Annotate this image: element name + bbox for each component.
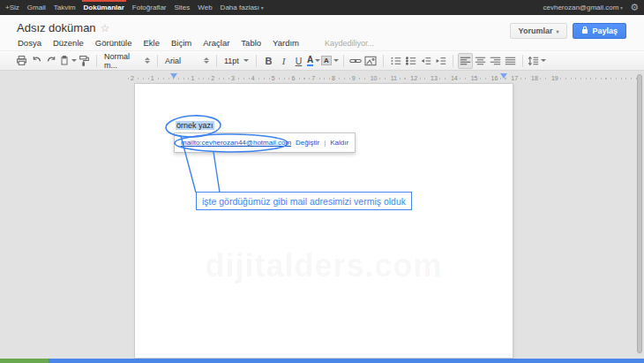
link-bubble: mailto:cevherozan44@hotmail.com Değiştir…	[174, 132, 356, 153]
topbar-link[interactable]: Sites	[175, 4, 191, 11]
link-remove-button[interactable]: Kaldır	[330, 139, 348, 147]
toolbar-separator	[453, 55, 453, 67]
ruler-number: 13	[429, 73, 439, 83]
ruler-number: 14	[449, 73, 460, 83]
ruler-number: 16	[489, 73, 499, 83]
ruler-number: 7	[310, 73, 317, 83]
toolbar-separator	[256, 55, 257, 67]
link-url[interactable]: mailto:cevherozan44@hotmail.com	[181, 139, 291, 147]
highlight-icon: A	[321, 56, 332, 65]
ruler-number: 10	[369, 73, 379, 83]
align-left-icon[interactable]	[458, 53, 473, 69]
italic-button[interactable]: I	[276, 53, 291, 69]
line-spacing-icon[interactable]	[528, 53, 546, 69]
scrollbar-thumb[interactable]	[637, 74, 642, 353]
menu-item[interactable]: Biçim	[171, 38, 191, 48]
star-icon[interactable]: ☆	[101, 22, 110, 34]
topbar-link[interactable]: Fotoğraflar	[132, 4, 167, 11]
bold-button[interactable]: B	[261, 53, 276, 69]
left-indent-marker[interactable]	[170, 73, 177, 79]
spinner-icon	[204, 57, 209, 64]
comments-button[interactable]: Yorumlar	[510, 23, 568, 39]
ruler-number: 15	[469, 73, 480, 83]
topbar-link[interactable]: Dokümanlar	[84, 4, 124, 11]
document-title[interactable]: Adsız doküman	[17, 21, 96, 34]
ruler-number: 5	[270, 73, 277, 83]
underline-button[interactable]: U	[291, 53, 306, 69]
align-center-icon[interactable]	[473, 53, 488, 69]
topbar-link[interactable]: Takvim	[54, 4, 76, 11]
menu-item[interactable]: Düzenle	[53, 38, 84, 48]
indent-icon[interactable]	[433, 53, 448, 69]
redo-icon[interactable]	[44, 53, 59, 69]
ruler-number: 3	[229, 73, 236, 83]
print-icon[interactable]	[14, 53, 29, 69]
topbar-links: +SizGmailTakvimDokümanlarFotoğraflarSite…	[5, 0, 264, 15]
bulleted-list-icon[interactable]	[403, 53, 418, 69]
topbar-right: cevherozan@gmail.com ⚙	[543, 0, 640, 15]
toolbar-separator	[522, 55, 523, 67]
toolbar-separator	[216, 55, 217, 67]
paint-format-icon[interactable]	[59, 53, 77, 69]
font-size-value: 11pt	[224, 57, 242, 65]
annotation-callout: işte gördüğümüz gibi mail adresimizi ver…	[196, 192, 412, 210]
italic-label: I	[282, 56, 286, 66]
watermark: dijitalders.com	[134, 247, 513, 284]
underline-label: U	[296, 56, 303, 66]
annotation-callout-text: işte gördüğümüz gibi mail adresimizi ver…	[202, 196, 406, 207]
ruler-number: 11	[389, 73, 399, 83]
outdent-icon[interactable]	[418, 53, 433, 69]
ruler-number: 8	[330, 73, 337, 83]
lock-icon	[581, 26, 588, 36]
image-icon[interactable]	[363, 53, 378, 69]
comments-button-label: Yorumlar	[519, 26, 553, 35]
text-color-caret	[315, 59, 320, 62]
justify-icon[interactable]	[503, 53, 518, 69]
ruler-number: 1	[149, 73, 156, 83]
font-dropdown[interactable]: Arial	[162, 57, 212, 65]
share-button[interactable]: Paylaş	[573, 23, 626, 39]
progress-bar[interactable]	[0, 359, 644, 363]
bold-label: B	[266, 56, 273, 66]
ruler[interactable]: 2112345678910111213141516171819	[128, 73, 638, 83]
link-bubble-divider: |	[324, 139, 326, 147]
topbar-link[interactable]: Gmail	[27, 4, 46, 11]
menu-item[interactable]: Görüntüle	[95, 38, 132, 48]
paint-roller-icon[interactable]	[77, 53, 92, 69]
scrollbar-track[interactable]	[637, 74, 642, 355]
highlight-color-button[interactable]: A	[321, 53, 339, 69]
doc-title-row: Adsız doküman☆	[17, 21, 109, 34]
ruler-number: 4	[250, 73, 257, 83]
align-right-icon[interactable]	[488, 53, 503, 69]
format-toolbar: Normal m... Arial 11pt B I U A A	[0, 50, 644, 71]
numbered-list-icon[interactable]	[388, 53, 403, 69]
highlight-caret	[333, 59, 339, 62]
topbar-link[interactable]: Daha fazlası	[221, 4, 264, 11]
menu-item[interactable]: Dosya	[18, 38, 41, 48]
menu-item[interactable]: Yardım	[273, 38, 299, 48]
ruler-number: 1	[189, 73, 196, 83]
styles-dropdown-value: Normal m...	[104, 52, 141, 70]
toolbar-separator	[343, 55, 344, 67]
menu-item[interactable]: Tablo	[241, 38, 261, 48]
topbar-link[interactable]: +Siz	[5, 4, 19, 11]
menu-items: DosyaDüzenleGörüntüleEkleBiçimAraçlarTab…	[18, 38, 299, 48]
text-color-button[interactable]: A	[306, 53, 321, 69]
right-indent-marker[interactable]	[500, 73, 507, 79]
link-icon[interactable]	[348, 53, 363, 69]
selected-text[interactable]: örnek yazı	[176, 121, 214, 130]
menu-item[interactable]: Ekle	[144, 38, 160, 48]
toolbar-separator	[96, 55, 97, 67]
topbar-link[interactable]: Web	[198, 4, 212, 11]
account-email[interactable]: cevherozan@gmail.com	[543, 4, 624, 11]
styles-dropdown[interactable]: Normal m...	[101, 52, 153, 70]
menu-item[interactable]: Araçlar	[203, 38, 229, 48]
google-black-bar: +SizGmailTakvimDokümanlarFotoğraflarSite…	[0, 0, 644, 15]
font-size-dropdown[interactable]: 11pt	[221, 57, 251, 65]
document-canvas: 2112345678910111213141516171819 dijitald…	[0, 71, 644, 359]
undo-icon[interactable]	[29, 53, 44, 69]
gear-icon[interactable]: ⚙	[630, 0, 639, 15]
header-actions: Yorumlar Paylaş	[510, 23, 626, 39]
link-change-button[interactable]: Değiştir	[296, 139, 319, 147]
menu-bar: DosyaDüzenleGörüntüleEkleBiçimAraçlarTab…	[18, 38, 374, 48]
